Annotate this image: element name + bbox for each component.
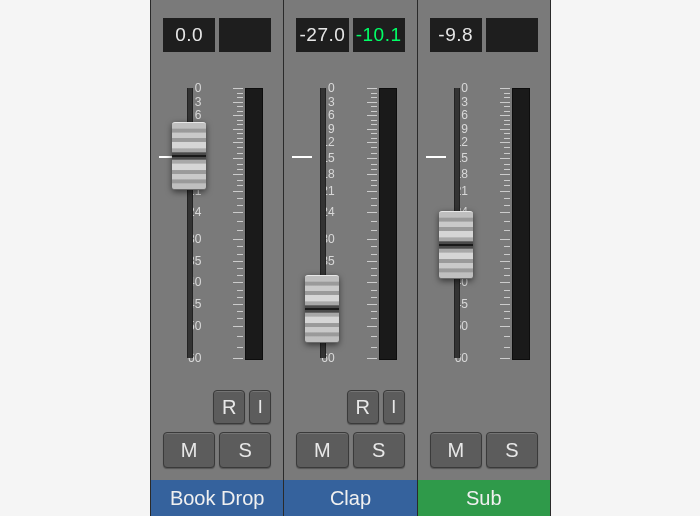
scale-tick-minor [371, 275, 377, 276]
scale-tick-minor [237, 318, 243, 319]
channel-name-strip[interactable]: Clap [284, 480, 416, 516]
fader-cap[interactable] [305, 275, 339, 343]
scale-tick-minor [504, 153, 510, 154]
scale-tick-minor [237, 124, 243, 125]
fader-cap[interactable] [172, 122, 206, 190]
input-monitor-button[interactable]: I [249, 390, 271, 424]
fader-area: 03691215182124303540455060 [284, 86, 416, 386]
scale-tick [500, 282, 510, 283]
scale-tick-minor [237, 138, 243, 139]
scale-tick-minor [371, 246, 377, 247]
input-monitor-button[interactable]: I [383, 390, 405, 424]
scale-tick-minor [237, 153, 243, 154]
scale-tick-minor [237, 221, 243, 222]
scale-tick-minor [237, 297, 243, 298]
scale-tick [233, 358, 243, 359]
ms-button-row: MS [151, 432, 283, 470]
fader-scale: 03691215182124303540455060 [474, 86, 510, 366]
scale-tick [233, 326, 243, 327]
scale-tick [367, 88, 377, 89]
scale-tick-minor [504, 169, 510, 170]
scale-tick-minor [237, 120, 243, 121]
record-enable-button[interactable]: R [213, 390, 245, 424]
solo-button[interactable]: S [219, 432, 271, 468]
scale-tick-minor [371, 318, 377, 319]
scale-tick-minor [504, 93, 510, 94]
scale-tick [500, 158, 510, 159]
scale-tick-minor [237, 164, 243, 165]
fader-area: 03691215182124303540455060 [151, 86, 283, 386]
scale-tick [367, 326, 377, 327]
scale-tick [233, 282, 243, 283]
solo-button[interactable]: S [486, 432, 538, 468]
level-readout[interactable]: -9.8 [430, 18, 482, 52]
scale-tick [367, 158, 377, 159]
scale-tick-minor [237, 198, 243, 199]
scale-tick-minor [504, 221, 510, 222]
scale-tick-minor [371, 147, 377, 148]
channel-name-strip[interactable]: Sub [418, 480, 550, 516]
scale-tick-minor [504, 138, 510, 139]
record-enable-button[interactable]: R [347, 390, 379, 424]
level-readouts: 0.0 [151, 0, 283, 58]
mute-button[interactable]: M [430, 432, 482, 468]
scale-tick-minor [371, 164, 377, 165]
channel-name-strip[interactable]: Book Drop [151, 480, 283, 516]
level-readout[interactable]: 0.0 [163, 18, 215, 52]
scale-tick [367, 282, 377, 283]
scale-tick-minor [371, 133, 377, 134]
scale-tick [500, 358, 510, 359]
peak-readout[interactable]: -10.1 [353, 18, 405, 52]
scale-tick-minor [504, 230, 510, 231]
level-readout[interactable]: -27.0 [296, 18, 348, 52]
solo-button[interactable]: S [353, 432, 405, 468]
scale-tick-minor [504, 347, 510, 348]
scale-tick [233, 158, 243, 159]
peak-readout[interactable] [486, 18, 538, 52]
scale-tick-minor [504, 290, 510, 291]
scale-tick-minor [504, 111, 510, 112]
fader-area: 03691215182124303540455060 [418, 86, 550, 386]
scale-tick-minor [371, 185, 377, 186]
mute-button[interactable]: M [296, 432, 348, 468]
level-meter [245, 88, 263, 360]
scale-tick-minor [371, 138, 377, 139]
scale-tick-minor [504, 268, 510, 269]
scale-tick-minor [504, 147, 510, 148]
scale-tick-minor [237, 230, 243, 231]
scale-tick [233, 261, 243, 262]
scale-tick [233, 239, 243, 240]
scale-tick-minor [371, 311, 377, 312]
scale-tick [500, 191, 510, 192]
scale-tick [500, 174, 510, 175]
scale-tick [500, 88, 510, 89]
peak-readout[interactable] [219, 18, 271, 52]
scale-tick-minor [371, 221, 377, 222]
scale-tick-minor [504, 124, 510, 125]
scale-tick [367, 129, 377, 130]
scale-tick-minor [237, 311, 243, 312]
scale-tick [367, 304, 377, 305]
scale-tick-minor [371, 336, 377, 337]
scale-tick-minor [371, 120, 377, 121]
mute-button[interactable]: M [163, 432, 215, 468]
scale-tick-minor [371, 106, 377, 107]
scale-tick [233, 304, 243, 305]
scale-tick-minor [237, 290, 243, 291]
scale-tick-minor [504, 180, 510, 181]
scale-tick-minor [504, 97, 510, 98]
scale-tick-minor [237, 275, 243, 276]
scale-tick-minor [371, 198, 377, 199]
level-meter [379, 88, 397, 360]
scale-tick-minor [237, 180, 243, 181]
scale-tick-minor [504, 106, 510, 107]
scale-tick-minor [504, 120, 510, 121]
scale-tick [500, 304, 510, 305]
channel-strip: -9.803691215182124303540455060MSSub [418, 0, 551, 516]
scale-tick-minor [237, 185, 243, 186]
scale-tick [500, 326, 510, 327]
scale-tick-minor [504, 198, 510, 199]
scale-tick [367, 115, 377, 116]
level-meter [512, 88, 530, 360]
fader-cap[interactable] [439, 211, 473, 279]
